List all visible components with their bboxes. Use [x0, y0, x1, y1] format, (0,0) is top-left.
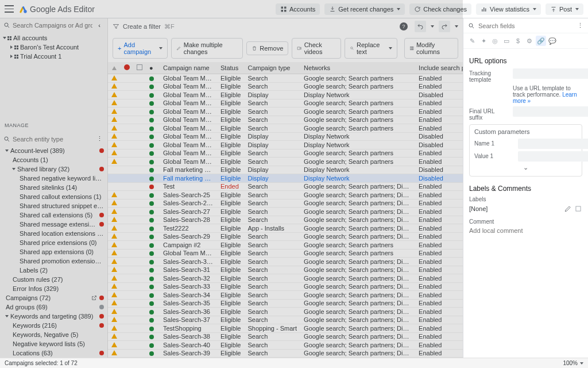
table-row[interactable]: Sales-Search-34EligibleSearchGoogle sear… — [108, 291, 463, 300]
entity-row[interactable]: Error Infos (329) — [0, 284, 107, 293]
entity-row[interactable]: Negative keyword lists (5) — [0, 339, 107, 348]
table-row[interactable]: Fall marketing campa...EligibleDisplayDi… — [108, 174, 463, 183]
table-row[interactable]: Fall marketing campa...EligibleDisplayDi… — [108, 166, 463, 174]
col-isp[interactable]: Include search partners — [415, 62, 463, 74]
entity-row[interactable]: Locations (63) — [0, 348, 107, 358]
view-stats-button[interactable]: View statistics — [476, 3, 541, 15]
table-row[interactable]: Global Team Marketi...EligibleSearchGoog… — [108, 124, 463, 133]
comments-tab-icon[interactable]: 💬 — [547, 36, 558, 46]
entity-row[interactable]: Accounts (1) — [0, 155, 107, 164]
campaigns-table-wrap[interactable]: ● Campaign name Status Campaign type Net… — [108, 62, 463, 358]
table-row[interactable]: Sales-Search-38EligibleSearchGoogle sear… — [108, 332, 463, 341]
modify-columns-button[interactable]: Modify columns — [404, 38, 458, 59]
entity-row[interactable]: Shared price extensions (0) — [0, 238, 107, 247]
table-row[interactable]: Sales-Search-29EligibleSearchGoogle sear… — [108, 232, 463, 241]
menu-icon[interactable] — [5, 5, 14, 14]
multiple-changes-button[interactable]: Make multiple changes — [171, 38, 243, 59]
table-row[interactable]: Sales-Search-39EligibleSearchGoogle sear… — [108, 349, 463, 358]
entity-row[interactable]: Shared promotion extensions (0) — [0, 256, 107, 266]
table-row[interactable]: Sales-Search-312EligibleSearchGoogle sea… — [108, 258, 463, 266]
col-networks[interactable]: Networks — [300, 62, 415, 74]
zoom-control[interactable]: 100% — [563, 360, 583, 366]
help-icon[interactable]: ? — [400, 22, 408, 30]
search-campaigns-input[interactable] — [13, 22, 92, 29]
col-dot[interactable]: ● — [146, 62, 160, 74]
table-row[interactable]: Sales-Search-35EligibleSearchGoogle sear… — [108, 299, 463, 308]
entity-row[interactable]: Shared structured snippet extensions (1) — [0, 201, 107, 210]
entity-row[interactable]: Shared location extensions (2) — [0, 229, 107, 238]
search-fields-input[interactable] — [478, 22, 574, 29]
table-row[interactable]: Sales-Search-33EligibleSearchGoogle sear… — [108, 282, 463, 291]
table-row[interactable]: Sales-Search-36EligibleSearchGoogle sear… — [108, 308, 463, 316]
table-row[interactable]: Sales-Search-37EligibleSearchGoogle sear… — [108, 316, 463, 324]
table-row[interactable]: Global Team Marketi...EligibleSearchGoog… — [108, 158, 463, 166]
table-row[interactable]: Global Team Marketi...EligibleSearchGoog… — [108, 108, 463, 116]
edit-labels-icon[interactable] — [564, 205, 572, 213]
add-campaign-button[interactable]: + Add campaign — [113, 38, 168, 59]
entity-row[interactable]: Labels (2) — [0, 266, 107, 275]
settings-tab-icon[interactable]: ⚙ — [524, 36, 535, 46]
table-row[interactable]: Sales-Search-25EligibleSearchGoogle sear… — [108, 191, 463, 200]
table-row[interactable]: Global Team Marketi...EligibleSearchGoog… — [108, 99, 463, 108]
table-row[interactable]: Global Team Marketi...EligibleSearchGoog… — [108, 82, 463, 91]
expand-params-icon[interactable]: ⌄ — [474, 164, 577, 171]
check-videos-button[interactable]: Check videos — [292, 38, 341, 59]
table-row[interactable]: Global Team Marketi...EligibleSearchGoog… — [108, 74, 463, 83]
entity-row[interactable]: Keywords and targeting (389) — [0, 312, 107, 321]
more-icon[interactable]: ⋮ — [577, 22, 583, 29]
collapse-icon[interactable]: ‹ — [95, 22, 104, 29]
entity-row[interactable]: Campaigns (72) — [0, 293, 107, 302]
table-row[interactable]: Sales-Search-31EligibleSearchGoogle sear… — [108, 266, 463, 274]
entity-row[interactable]: Shared sitelinks (14) — [0, 183, 107, 192]
tracking-template-input[interactable] — [513, 68, 588, 79]
entity-row[interactable]: Ad groups (69) — [0, 302, 107, 312]
target-tab-icon[interactable]: ◎ — [490, 36, 500, 46]
budget-tab-icon[interactable]: $ — [513, 36, 523, 46]
entity-row[interactable]: Shared message extensions (2) — [0, 220, 107, 229]
post-button[interactable]: Post — [546, 3, 583, 15]
col-name[interactable]: Campaign name — [160, 62, 217, 74]
col-status[interactable]: Status — [217, 62, 244, 74]
redo-button[interactable] — [439, 21, 450, 32]
col-checkbox[interactable] — [133, 62, 146, 74]
remove-button[interactable]: Remove — [246, 41, 288, 55]
col-err[interactable] — [121, 62, 133, 74]
edit-tab-icon[interactable]: ✎ — [467, 36, 477, 46]
comment-input[interactable] — [469, 227, 582, 234]
table-row[interactable]: Sales-Search-27EligibleSearchGoogle sear… — [108, 208, 463, 216]
replace-text-button[interactable]: Replace text — [345, 38, 397, 59]
entity-row[interactable]: Keywords, Negative (5) — [0, 330, 107, 339]
entity-row[interactable]: Shared app extensions (0) — [0, 247, 107, 256]
clear-labels-icon[interactable] — [574, 205, 582, 213]
entity-row[interactable]: Shared negative keyword lists (5) — [0, 174, 107, 183]
value1-input[interactable] — [518, 151, 588, 162]
table-row[interactable]: Global Team Marketi...EligibleSearchGoog… — [108, 116, 463, 124]
extensions-tab-icon[interactable]: ▭ — [501, 36, 512, 46]
name1-input[interactable] — [518, 139, 588, 149]
entity-row[interactable]: Account-level (389) — [0, 146, 107, 155]
table-row[interactable]: Sales-Search-28EligibleSearchGoogle sear… — [108, 216, 463, 224]
entity-row[interactable]: Keywords (216) — [0, 321, 107, 330]
table-row[interactable]: TestEndedSearchGoogle search; Search par… — [108, 182, 463, 191]
get-recent-button[interactable]: Get recent changes — [324, 3, 405, 15]
entity-row[interactable]: Shared callout extensions (1) — [0, 192, 107, 201]
url-options-tab-icon[interactable]: 🔗 — [536, 36, 546, 46]
entity-row[interactable]: Custom rules (27) — [0, 275, 107, 284]
table-row[interactable]: Global Team Marketi...EligibleDisplayDis… — [108, 132, 463, 141]
table-row[interactable]: TestShoppingEligibleShopping - SmartGoog… — [108, 324, 463, 333]
undo-button[interactable] — [415, 21, 426, 32]
table-row[interactable]: Global Team Marketi...EligibleSearchGoog… — [108, 149, 463, 158]
entity-row[interactable]: Shared library (32) — [0, 164, 107, 174]
accounts-button[interactable]: Accounts — [276, 3, 320, 15]
entity-more-icon[interactable]: ⋮ — [95, 135, 104, 143]
account-node[interactable]: Baron's Test Account — [0, 43, 107, 52]
col-warn[interactable] — [108, 62, 121, 74]
check-changes-button[interactable]: Check changes — [409, 3, 471, 15]
wand-tab-icon[interactable]: ✦ — [478, 36, 489, 46]
table-row[interactable]: Global Team Marketi...EligibleDisplayDis… — [108, 91, 463, 99]
table-row[interactable]: Test2222EligibleApp - InstallsGoogle sea… — [108, 224, 463, 233]
table-row[interactable]: Global Team Marketi...EligibleDisplayDis… — [108, 141, 463, 150]
final-suffix-input[interactable] — [513, 106, 588, 117]
filter-text[interactable]: Create a filter — [123, 23, 161, 30]
all-accounts-node[interactable]: All accounts — [0, 33, 107, 43]
